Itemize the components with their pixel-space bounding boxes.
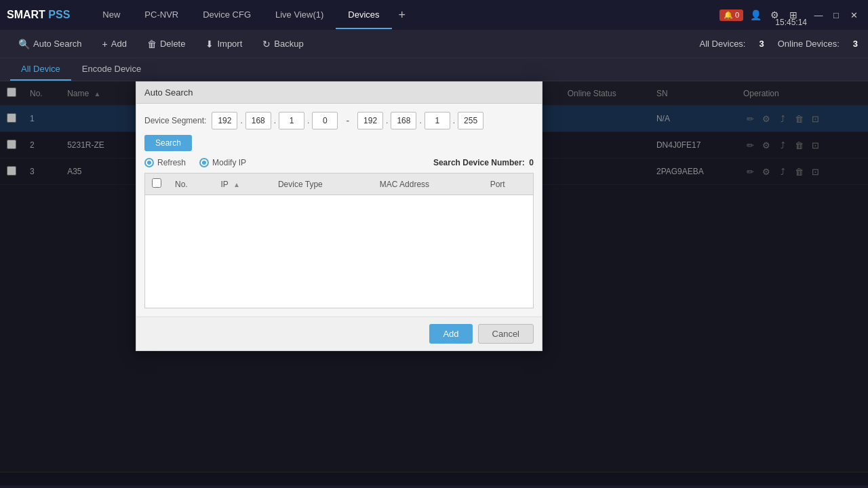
ip-start-octet3[interactable]: [279, 112, 304, 129]
user-icon[interactable]: 👤: [749, 8, 762, 22]
modify-ip-label: Modify IP: [212, 158, 246, 167]
online-devices-label: Online Devices:: [778, 39, 840, 49]
search-device-number-label: Search Device Number:: [433, 158, 525, 167]
tab-pc-nvr[interactable]: PC-NVR: [132, 1, 191, 29]
ip-end-octet1[interactable]: [357, 112, 383, 129]
ip-end-octet4[interactable]: [458, 112, 484, 129]
search-header-port: Port: [484, 174, 533, 195]
bell-icon: 🔔: [724, 11, 733, 20]
modal-cancel-button[interactable]: Cancel: [478, 324, 534, 344]
ip-range-separator: -: [346, 115, 349, 126]
import-label: Import: [217, 39, 242, 49]
modify-ip-radio[interactable]: [199, 158, 209, 167]
tab-devices[interactable]: Devices: [336, 1, 391, 29]
modal-footer: Add Cancel: [136, 317, 542, 350]
window-controls: — □ ✕: [811, 7, 861, 22]
modal-add-button[interactable]: Add: [429, 324, 472, 344]
segment-label: Device Segment:: [144, 116, 206, 125]
backup-button[interactable]: ↻ Backup: [254, 35, 311, 53]
modal-body: Device Segment: . . . - . .: [136, 104, 542, 317]
options-row: Refresh Modify IP Search Device Number: …: [144, 158, 534, 167]
segment-row: Device Segment: . . . - . .: [144, 112, 534, 151]
search-results-table: No. IP ▲ Device Type MAC Address Port: [145, 174, 533, 195]
add-icon: +: [102, 39, 108, 49]
import-button[interactable]: ⬇ Import: [197, 35, 250, 53]
notification-button[interactable]: 🔔 0: [719, 9, 743, 21]
add-label: Add: [111, 39, 127, 49]
time-display: 15:45:14: [775, 18, 807, 27]
app-logo: SMART PSS: [7, 9, 70, 21]
sub-tabs: All Device Encode Device: [0, 58, 868, 81]
all-devices-count: 3: [759, 39, 764, 49]
modal-title: Auto Search: [136, 82, 542, 104]
refresh-radio[interactable]: [144, 158, 154, 167]
minimize-button[interactable]: —: [811, 7, 826, 22]
toolbar: 🔍 Auto Search + Add 🗑 Delete ⬇ Import ↻ …: [0, 30, 868, 58]
search-select-all[interactable]: [152, 178, 161, 188]
backup-label: Backup: [274, 39, 303, 49]
auto-search-modal: Auto Search Device Segment: . . . - .: [136, 81, 542, 351]
ip-end-octet3[interactable]: [425, 112, 450, 129]
auto-search-button[interactable]: 🔍 Auto Search: [10, 35, 90, 53]
ip-start-octet1[interactable]: [212, 112, 237, 129]
search-icon: 🔍: [18, 39, 30, 49]
add-tab-button[interactable]: +: [392, 8, 413, 22]
ip-end-octet2[interactable]: [391, 112, 416, 129]
backup-icon: ↻: [262, 39, 271, 49]
delete-button[interactable]: 🗑 Delete: [139, 35, 194, 53]
ip-start-segment: . . .: [212, 112, 338, 129]
import-icon: ⬇: [205, 39, 214, 49]
title-bar: SMART PSS New PC-NVR Device CFG Live Vie…: [0, 0, 868, 30]
tab-new[interactable]: New: [90, 1, 132, 29]
refresh-option[interactable]: Refresh: [144, 158, 186, 167]
tab-device-cfg[interactable]: Device CFG: [191, 1, 263, 29]
sub-tab-all-device[interactable]: All Device: [10, 58, 71, 81]
search-header-ip: IP ▲: [214, 174, 271, 195]
sub-tab-encode-device[interactable]: Encode Device: [71, 58, 152, 81]
delete-icon: 🗑: [147, 39, 157, 49]
refresh-label: Refresh: [157, 158, 186, 167]
search-count: Search Device Number: 0: [433, 158, 534, 167]
add-button[interactable]: + Add: [94, 35, 135, 53]
ip-sort-icon[interactable]: ▲: [233, 181, 240, 188]
ip-start-octet4[interactable]: [312, 112, 338, 129]
nav-tabs: New PC-NVR Device CFG Live View(1) Devic…: [90, 1, 719, 29]
search-results-table-wrapper: No. IP ▲ Device Type MAC Address Port: [144, 173, 534, 308]
search-header-device-type: Device Type: [271, 174, 373, 195]
delete-label: Delete: [160, 39, 186, 49]
search-header-checkbox: [145, 174, 168, 195]
restore-button[interactable]: □: [829, 7, 844, 22]
online-devices-count: 3: [853, 39, 858, 49]
logo-highlight: PSS: [48, 9, 70, 20]
tab-live-view[interactable]: Live View(1): [263, 1, 336, 29]
auto-search-label: Auto Search: [33, 39, 82, 49]
search-header-no: No.: [168, 174, 214, 195]
toolbar-right: All Devices: 3 Online Devices: 3: [700, 39, 858, 49]
ip-start-octet2[interactable]: [245, 112, 271, 129]
notification-count: 0: [735, 11, 739, 19]
search-button[interactable]: Search: [144, 135, 192, 151]
search-header-mac: MAC Address: [373, 174, 484, 195]
search-device-number: 0: [529, 158, 534, 167]
main-area: No. Name ▲ IP/Domain Name Device Type De…: [0, 81, 868, 485]
close-button[interactable]: ✕: [846, 7, 861, 22]
ip-end-segment: . . .: [357, 112, 484, 129]
all-devices-label: All Devices:: [700, 39, 746, 49]
modify-ip-option[interactable]: Modify IP: [199, 158, 246, 167]
